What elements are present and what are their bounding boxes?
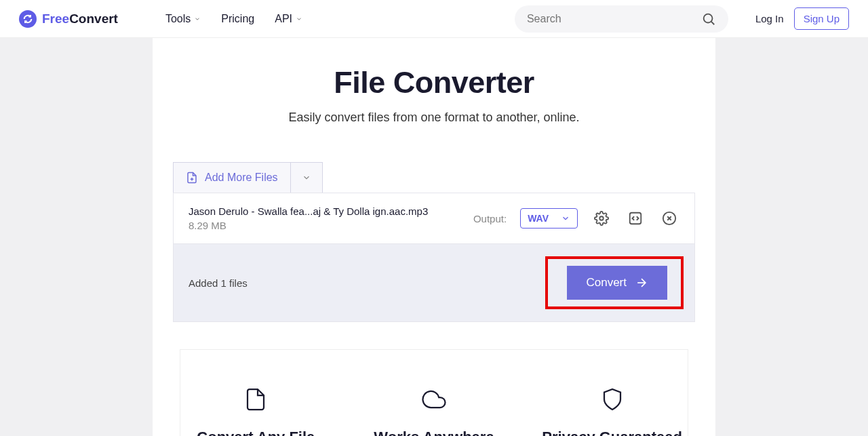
nav: Tools Pricing API	[165, 13, 302, 25]
auth: Log In Sign Up	[755, 7, 849, 30]
chevron-down-icon	[296, 16, 302, 22]
settings-button[interactable]	[591, 208, 612, 229]
add-more-wrap: Add More Files	[173, 162, 323, 193]
logo-icon	[19, 10, 37, 28]
page-title: File Converter	[153, 38, 715, 100]
search-box[interactable]	[515, 5, 728, 33]
chevron-down-icon	[561, 214, 570, 223]
svg-point-0	[704, 14, 713, 22]
highlight-box: Convert	[545, 256, 684, 309]
feature-title: Convert Any File	[180, 429, 332, 436]
code-button[interactable]	[625, 208, 646, 229]
search-input[interactable]	[527, 13, 694, 25]
signup-button[interactable]: Sign Up	[794, 7, 849, 30]
feature-convert: Convert Any File	[180, 387, 332, 436]
code-icon	[628, 211, 643, 226]
chevron-down-icon	[302, 173, 311, 182]
logo-free: Free	[42, 12, 69, 26]
header: FreeConvert Tools Pricing API Log In Sig…	[0, 0, 868, 38]
convert-area: Add More Files Jason Derulo - Swalla fea…	[173, 162, 695, 322]
add-more-button[interactable]: Add More Files	[174, 163, 290, 193]
output-format: WAV	[528, 213, 549, 224]
file-plus-icon	[186, 171, 198, 184]
file-icon	[243, 387, 268, 412]
convert-label: Convert	[586, 276, 627, 290]
feature-privacy: Privacy Guaranteed	[536, 387, 688, 436]
nav-pricing-label: Pricing	[221, 13, 254, 25]
output-select[interactable]: WAV	[520, 208, 578, 229]
shield-icon	[600, 387, 625, 412]
chevron-down-icon	[194, 16, 201, 22]
nav-api-label: API	[275, 13, 292, 25]
add-more-label: Add More Files	[205, 172, 278, 184]
logo[interactable]: FreeConvert	[19, 10, 118, 28]
cloud-icon	[422, 387, 446, 412]
add-more-dropdown[interactable]	[290, 163, 322, 193]
close-icon	[662, 211, 677, 226]
remove-button[interactable]	[659, 208, 679, 229]
gear-icon	[594, 211, 609, 226]
feature-title: Privacy Guaranteed	[536, 429, 688, 436]
output-label: Output:	[473, 213, 507, 224]
nav-tools[interactable]: Tools	[165, 13, 201, 25]
file-row: Jason Derulo - Swalla fea...aj & Ty Doll…	[173, 193, 695, 244]
page-subtitle: Easily convert files from one format to …	[153, 111, 715, 125]
convert-button[interactable]: Convert	[567, 266, 667, 300]
file-info: Jason Derulo - Swalla fea...aj & Ty Doll…	[189, 205, 460, 231]
file-name: Jason Derulo - Swalla fea...aj & Ty Doll…	[189, 205, 460, 217]
search-icon	[701, 12, 716, 26]
svg-line-1	[711, 21, 715, 24]
status-row: Added 1 files Convert	[173, 244, 695, 322]
login-link[interactable]: Log In	[755, 13, 784, 24]
feature-anywhere: Works Anywhere	[359, 387, 510, 436]
container: File Converter Easily convert files from…	[153, 38, 715, 436]
features: Convert Any File Works Anywhere Privacy …	[180, 349, 688, 436]
nav-pricing[interactable]: Pricing	[221, 13, 254, 25]
status-text: Added 1 files	[189, 277, 545, 289]
nav-tools-label: Tools	[165, 13, 191, 25]
feature-title: Works Anywhere	[359, 429, 510, 436]
arrow-right-icon	[635, 276, 648, 290]
file-size: 8.29 MB	[189, 220, 460, 231]
svg-point-4	[599, 216, 604, 220]
logo-convert: Convert	[69, 12, 118, 26]
nav-api[interactable]: API	[275, 13, 302, 25]
